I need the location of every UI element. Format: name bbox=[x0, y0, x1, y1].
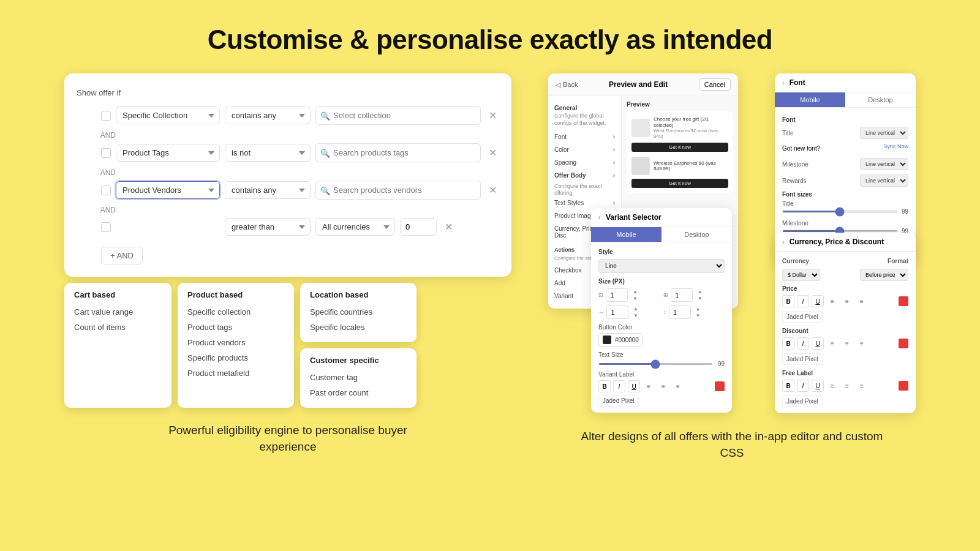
free-italic-btn[interactable]: I bbox=[797, 380, 809, 392]
price-color-btn[interactable] bbox=[899, 296, 908, 306]
vc-back-icon[interactable]: ‹ bbox=[598, 213, 601, 222]
free-bold-btn[interactable]: B bbox=[782, 380, 794, 392]
preview-cta-2[interactable]: Get it now bbox=[631, 179, 728, 188]
product-item-2[interactable]: Product tags bbox=[187, 320, 284, 335]
price-italic-btn[interactable]: I bbox=[797, 295, 809, 307]
condition-op-1[interactable]: contains any bbox=[225, 107, 311, 124]
free-align-center[interactable]: ≡ bbox=[841, 380, 853, 392]
remove-condition-4[interactable]: ✕ bbox=[442, 220, 455, 234]
remove-condition-1[interactable]: ✕ bbox=[486, 109, 499, 122]
menu-offer-body[interactable]: Offer Body› bbox=[548, 169, 621, 182]
remove-condition-3[interactable]: ✕ bbox=[486, 184, 499, 197]
product-item-1[interactable]: Specific collection bbox=[187, 304, 284, 320]
condition-currency-4[interactable]: All currencies bbox=[315, 218, 395, 236]
condition-checkbox-1[interactable] bbox=[101, 111, 111, 121]
free-color-btn[interactable] bbox=[899, 381, 908, 391]
text-size-slider[interactable] bbox=[598, 363, 713, 365]
vc-tab-desktop[interactable]: Desktop bbox=[662, 227, 732, 242]
fc-title-select[interactable]: Line vertical bbox=[860, 127, 908, 139]
bold-button[interactable]: B bbox=[598, 380, 611, 392]
align-right-button[interactable]: ≡ bbox=[672, 380, 684, 392]
cc-format-select[interactable]: Before price bbox=[860, 269, 908, 281]
free-underline-btn[interactable]: U bbox=[812, 380, 824, 392]
spin-down-1[interactable]: ▼ bbox=[630, 295, 640, 302]
discount-italic-btn[interactable]: I bbox=[797, 337, 809, 350]
vc-tab-mobile[interactable]: Mobile bbox=[591, 227, 662, 242]
align-center-button[interactable]: ≡ bbox=[657, 380, 669, 392]
free-align-left[interactable]: ≡ bbox=[826, 380, 839, 392]
condition-op-4[interactable]: greater than bbox=[225, 218, 311, 236]
spin-up-1[interactable]: ▲ bbox=[630, 288, 640, 295]
cc-back-icon[interactable]: ‹ bbox=[782, 238, 785, 246]
preview-cta-1[interactable]: Get it now bbox=[631, 143, 728, 152]
fc-milestone-slider[interactable] bbox=[782, 230, 898, 232]
underline-button[interactable]: U bbox=[628, 380, 640, 392]
size-x-input[interactable] bbox=[606, 305, 628, 319]
condition-value-4[interactable] bbox=[400, 218, 437, 236]
fc-title-slider[interactable] bbox=[782, 211, 898, 212]
size-w-input[interactable] bbox=[606, 288, 628, 302]
add-and-button[interactable]: + AND bbox=[101, 247, 143, 264]
product-item-3[interactable]: Product vendors bbox=[187, 335, 284, 350]
pec-cancel-button[interactable]: Cancel bbox=[699, 78, 731, 91]
price-align-right[interactable]: ≡ bbox=[856, 295, 868, 307]
condition-search-1: 🔍 bbox=[315, 106, 481, 125]
condition-type-2[interactable]: Product Tags bbox=[116, 144, 220, 162]
spin-down-3[interactable]: ▼ bbox=[631, 312, 641, 319]
color-swatch[interactable] bbox=[603, 335, 611, 344]
align-left-button[interactable]: ≡ bbox=[643, 380, 655, 392]
condition-search-input-2[interactable] bbox=[315, 143, 481, 162]
location-item-2[interactable]: Specific locales bbox=[310, 320, 407, 335]
fc-rewards-select[interactable]: Line vertical bbox=[860, 174, 908, 187]
discount-color-btn[interactable] bbox=[899, 339, 908, 348]
location-item-1[interactable]: Specific countries bbox=[310, 304, 407, 320]
italic-button[interactable]: I bbox=[613, 380, 625, 392]
discount-align-center[interactable]: ≡ bbox=[841, 337, 853, 350]
price-align-left[interactable]: ≡ bbox=[826, 295, 839, 307]
fc-tab-mobile[interactable]: Mobile bbox=[775, 92, 845, 107]
product-item-4[interactable]: Specific products bbox=[187, 350, 284, 365]
cc-currency-select[interactable]: $ Dollar bbox=[782, 269, 820, 281]
customer-item-2[interactable]: Past order count bbox=[310, 385, 407, 400]
menu-text-styles[interactable]: Text Styles› bbox=[548, 197, 621, 209]
menu-color[interactable]: Color› bbox=[548, 143, 621, 156]
discount-align-left[interactable]: ≡ bbox=[826, 337, 839, 350]
spin-up-4[interactable]: ▲ bbox=[693, 305, 703, 312]
pec-back-button[interactable]: ◁ Back bbox=[556, 81, 578, 89]
spin-down-2[interactable]: ▼ bbox=[695, 295, 705, 302]
condition-checkbox-4[interactable] bbox=[101, 222, 111, 232]
condition-op-2[interactable]: is not bbox=[225, 144, 311, 162]
spin-up-3[interactable]: ▲ bbox=[631, 305, 641, 312]
menu-font[interactable]: Font› bbox=[548, 130, 621, 143]
condition-search-input-1[interactable] bbox=[315, 106, 481, 125]
condition-type-1[interactable]: Specific Collection bbox=[116, 107, 220, 124]
condition-type-3[interactable]: Product Vendors bbox=[116, 181, 220, 199]
cart-item-1[interactable]: Cart value range bbox=[74, 304, 162, 320]
remove-condition-2[interactable]: ✕ bbox=[486, 146, 499, 160]
condition-op-3[interactable]: contains any bbox=[225, 181, 311, 199]
discount-underline-btn[interactable]: U bbox=[812, 337, 824, 350]
condition-search-input-3[interactable] bbox=[315, 181, 481, 200]
price-underline-btn[interactable]: U bbox=[812, 295, 824, 307]
color-red-button[interactable] bbox=[715, 381, 725, 391]
fc-milestone-select[interactable]: Line vertical bbox=[860, 158, 908, 170]
menu-spacing[interactable]: Spacing› bbox=[548, 156, 621, 169]
fc-sync-link[interactable]: Sync Now bbox=[883, 143, 908, 149]
price-bold-btn[interactable]: B bbox=[782, 295, 794, 307]
fc-back-icon[interactable]: ‹ bbox=[782, 79, 785, 86]
product-item-5[interactable]: Product metafield bbox=[187, 365, 284, 381]
free-align-right[interactable]: ≡ bbox=[856, 380, 868, 392]
fc-tab-desktop[interactable]: Desktop bbox=[845, 92, 916, 107]
size-y-input[interactable] bbox=[669, 305, 691, 319]
size-h-input[interactable] bbox=[671, 288, 693, 302]
condition-checkbox-2[interactable] bbox=[101, 148, 111, 158]
discount-bold-btn[interactable]: B bbox=[782, 337, 794, 350]
discount-align-right[interactable]: ≡ bbox=[856, 337, 868, 350]
customer-item-1[interactable]: Customer tag bbox=[310, 370, 407, 385]
cart-item-2[interactable]: Count of items bbox=[74, 320, 162, 335]
spin-down-4[interactable]: ▼ bbox=[693, 312, 703, 319]
condition-checkbox-3[interactable] bbox=[101, 186, 111, 195]
vc-style-select[interactable]: Line bbox=[598, 259, 725, 273]
price-align-center[interactable]: ≡ bbox=[841, 295, 853, 307]
spin-up-2[interactable]: ▲ bbox=[695, 288, 705, 295]
